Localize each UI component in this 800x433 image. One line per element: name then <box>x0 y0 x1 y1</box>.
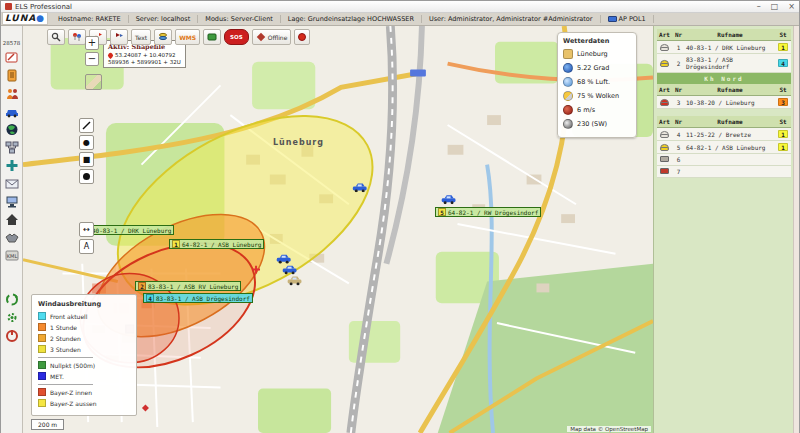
minimize-button[interactable]: – <box>757 3 761 11</box>
tablet-button[interactable] <box>2 48 21 66</box>
humidity-icon <box>563 77 573 87</box>
text-tool-button[interactable]: Text <box>131 29 151 45</box>
latlon-readout: 53.24087 + 10.40792 <box>115 52 176 58</box>
map-unit-label[interactable]: 283-83-1 / ASB RV Lüneburg <box>135 281 241 291</box>
record-button[interactable] <box>294 29 310 45</box>
sidebar-edge-strip <box>793 26 799 433</box>
clouds-icon <box>563 91 573 101</box>
draw-tools: ● ■ <box>79 118 94 184</box>
legend-item: MET. <box>38 372 130 380</box>
staff-button[interactable] <box>2 84 21 102</box>
zoom-in-button[interactable]: + <box>85 36 99 50</box>
layers-button[interactable] <box>203 29 221 45</box>
add-button[interactable] <box>2 156 21 174</box>
flag-dark-button[interactable] <box>110 29 128 45</box>
svg-text:KML: KML <box>6 253 17 259</box>
home-button[interactable] <box>2 210 21 228</box>
map-unit-label[interactable]: 564-82-1 / RW Drögesindorf <box>435 207 541 217</box>
legend-item: Nullpkt (500m) <box>38 361 130 369</box>
modus-field: Modus: Server-Client <box>198 15 281 23</box>
maximize-button[interactable]: □ <box>771 3 779 11</box>
handshake-button[interactable] <box>2 228 21 246</box>
helmet-icon <box>660 131 669 137</box>
legend-item: Bayer-Z aussen <box>38 399 130 407</box>
legend-title: Windausbreitung <box>38 300 130 308</box>
session-counter: 28578 <box>3 40 21 46</box>
zoom-out-button[interactable]: − <box>85 52 99 66</box>
legend-item: 1 Stunde <box>38 323 130 331</box>
window-title: ELS Professional <box>15 3 72 11</box>
unit-row[interactable]: 7 <box>657 166 791 178</box>
map-unit-label[interactable]: 483-83-1 / ASB Drögesindorf <box>143 293 253 303</box>
left-toolbar: 28578 KML <box>1 26 23 433</box>
unit-number-badge: 1 <box>172 240 180 248</box>
legend-divider <box>38 384 93 385</box>
journal-button[interactable] <box>2 66 21 84</box>
weather-row: 68 % Luft. <box>563 77 631 87</box>
power-button[interactable] <box>2 326 21 344</box>
draw-point-button[interactable]: ● <box>79 135 94 150</box>
section-band: Kh Nord <box>657 73 791 84</box>
minimap-button[interactable] <box>85 74 102 90</box>
sos-button[interactable]: SOS <box>224 29 249 45</box>
ap-field: AP POL1 <box>601 15 654 23</box>
workstation-button[interactable] <box>2 192 21 210</box>
unit-row[interactable]: 6 <box>657 154 791 166</box>
label-text-button[interactable]: A <box>79 239 94 254</box>
unit-row[interactable]: 1 40-83-1 / DRK Lüneburg 1 <box>657 41 791 54</box>
swatch-1h <box>38 323 46 331</box>
unit-row[interactable]: 4 11-25-22 / Breetze 1 <box>657 128 791 141</box>
unit-row[interactable]: 3 10-38-20 / Lüneburg 3 <box>657 96 791 109</box>
topology-button[interactable] <box>2 138 21 156</box>
units-table-3: Art Nr Rufname St 4 11-25-22 / Breetze 1… <box>657 116 791 178</box>
search-button[interactable] <box>47 29 65 45</box>
luna-logo: LUNA● <box>2 12 48 25</box>
unit-row[interactable]: 5 64-82-1 / ASB Lüneburg 1 <box>657 141 791 154</box>
unit-number-badge: 5 <box>438 208 446 216</box>
hostname-field: Hostname: RAKETE <box>51 15 129 23</box>
legend-panel: Windausbreitung Front aktuell 1 Stunde 2… <box>31 294 137 416</box>
measure-tools: ↔ A <box>79 222 94 254</box>
app-icon <box>5 3 12 10</box>
draw-circle-button[interactable] <box>79 169 94 184</box>
weather-row: 6 m/s <box>563 105 631 115</box>
weather-row: 230 (SW) <box>563 119 631 129</box>
sync-button[interactable] <box>2 290 21 308</box>
map-unit-label[interactable]: 164-82-1 / ASB Lüneburg <box>169 239 264 249</box>
swatch-front <box>38 312 46 320</box>
legend-item: Bayer-Z innen <box>38 388 130 396</box>
weather-title: Wetterdaten <box>563 37 631 45</box>
unit-type-icon <box>660 168 669 174</box>
home-icon <box>563 49 573 59</box>
legend-item: Front aktuell <box>38 312 130 320</box>
wind-direction-icon <box>563 119 573 129</box>
helmet-icon <box>660 99 669 105</box>
coins-button[interactable] <box>154 29 172 45</box>
wms-button[interactable]: WMS <box>175 29 200 45</box>
globe-button[interactable] <box>2 120 21 138</box>
record-icon <box>298 33 306 41</box>
measure-button[interactable]: ↔ <box>79 222 94 237</box>
wind-speed-icon <box>563 105 573 115</box>
legend-divider <box>38 357 93 358</box>
settings-gear-icon[interactable] <box>2 308 21 326</box>
draw-line-button[interactable] <box>79 118 94 133</box>
unit-row[interactable]: 2 83-83-1 / ASB Drögesindorf 4 <box>657 54 791 73</box>
swatch-nullpkt <box>38 361 46 369</box>
title-bar: ELS Professional – □ × <box>1 1 799 13</box>
mail-button[interactable] <box>2 174 21 192</box>
kml-button[interactable]: KML <box>2 246 21 264</box>
close-button[interactable]: × <box>788 3 795 11</box>
helmet-icon <box>660 44 669 50</box>
weather-row: 5.22 Grad <box>563 63 631 73</box>
app-window: ELS Professional – □ × Hostname: RAKETE … <box>0 0 800 433</box>
helmet-icon <box>660 60 669 66</box>
swatch-bayer-aussen <box>38 399 46 407</box>
offline-button[interactable]: Offline <box>252 29 292 45</box>
vehicles-button[interactable] <box>2 102 21 120</box>
map-viewport[interactable]: Lüneburg Text WMS SOS Offline + − <box>23 26 653 433</box>
draw-rect-button[interactable]: ■ <box>79 152 94 167</box>
swatch-2h <box>38 334 46 342</box>
markers-button[interactable] <box>68 29 86 45</box>
lage-field: Lage: Grundeinsatzlage HOCHWASSER <box>281 15 422 23</box>
